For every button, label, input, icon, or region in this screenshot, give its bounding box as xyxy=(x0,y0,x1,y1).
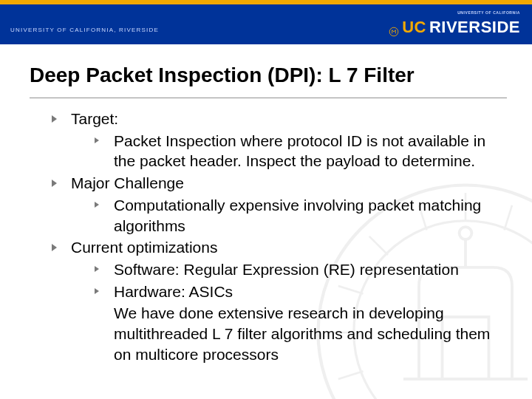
header-bar: UNIVERSITY OF CALIFORNIA, RIVERSIDE UNIV… xyxy=(0,0,532,44)
item-label: Major Challenge xyxy=(71,174,184,191)
trailing-text: We have done extensive research in devel… xyxy=(95,303,507,364)
sub-item: Computationally expensive involving pack… xyxy=(95,195,507,236)
brand-prefix: UC xyxy=(402,18,426,37)
seal-icon xyxy=(389,22,399,33)
list-item: Target: Packet Inspection where protocol… xyxy=(52,109,507,171)
slide-title: Deep Packet Inspection (DPI): L 7 Filter xyxy=(30,64,507,98)
sub-item: Software: Regular Expression (RE) repres… xyxy=(95,259,507,280)
header-left-text: UNIVERSITY OF CALIFORNIA, RIVERSIDE xyxy=(10,27,159,33)
sub-list: Computationally expensive involving pack… xyxy=(71,195,507,236)
sub-item: Packet Inspection where protocol ID is n… xyxy=(95,131,507,171)
item-label: Current optimizations xyxy=(71,239,217,256)
slide-body: Deep Packet Inspection (DPI): L 7 Filter… xyxy=(0,44,532,365)
brand-name: RIVERSIDE xyxy=(429,18,520,37)
bullet-list: Target: Packet Inspection where protocol… xyxy=(30,109,507,365)
header-gold-stripe xyxy=(0,0,532,4)
brand-tagline: UNIVERSITY OF CALIFORNIA xyxy=(457,10,520,15)
sub-list: Software: Regular Expression (RE) repres… xyxy=(71,259,507,365)
item-label: Target: xyxy=(71,110,118,127)
sub-list: Packet Inspection where protocol ID is n… xyxy=(71,131,507,171)
list-item: Current optimizations Software: Regular … xyxy=(52,237,507,364)
list-item: Major Challenge Computationally expensiv… xyxy=(52,173,507,236)
header-brand: UNIVERSITY OF CALIFORNIA UCRIVERSIDE xyxy=(389,18,520,37)
sub-item: Hardware: ASICs xyxy=(95,282,507,302)
